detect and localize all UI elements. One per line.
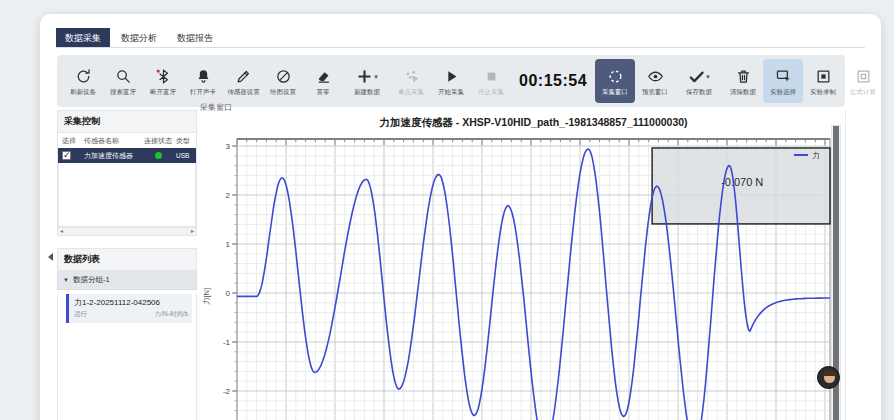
stop-icon: [483, 68, 500, 85]
data-list-item[interactable]: 力1-2-20251112-042506 运行 力/N-时间/s: [66, 294, 192, 323]
sensor-table: 选择传感器名称连接状态类型 力加速度传感器USB: [57, 133, 197, 228]
toolbar-button-label: 搜索蓝牙: [110, 88, 136, 94]
dropdown-caret-icon[interactable]: ▾: [706, 73, 710, 80]
point-collect-icon: [403, 68, 420, 85]
data-item-axes: 力/N-时间/s: [155, 310, 188, 319]
monitor-cursor-icon: [775, 68, 792, 85]
toolbar-button-label: 预览窗口: [642, 88, 668, 94]
save-data-button[interactable]: ▾保存数据: [675, 59, 723, 103]
column-header-0: 选择: [58, 136, 84, 146]
column-header-2: 连接状态: [140, 136, 176, 146]
toolbar-button-label: 传感器设置: [227, 88, 259, 94]
tab-2[interactable]: 数据报告: [168, 28, 222, 47]
legend-label: 力: [812, 151, 820, 160]
toolbar-button-label: 采集窗口: [602, 88, 628, 94]
plus-large-icon: [356, 68, 373, 85]
sensor-row[interactable]: 力加速度传感器USB: [58, 148, 196, 163]
collapse-triangle-icon: ▼: [63, 277, 69, 283]
collection-control-panel: 采集控制 选择传感器名称连接状态类型 力加速度传感器USB ◂ ▸: [57, 110, 197, 236]
toolbar-button-label: 停止采集: [478, 88, 504, 94]
stop-collect-button: 停止采集: [471, 59, 511, 103]
check-icon: [688, 68, 705, 85]
column-header-3: 类型: [176, 136, 196, 146]
collection-timer: 00:15:54: [519, 72, 587, 90]
data-item-status: 运行: [74, 310, 87, 319]
experiment-select-button[interactable]: 实验选择: [763, 59, 803, 103]
sidebar: 采集控制 选择传感器名称连接状态类型 力加速度传感器USB ◂ ▸ 数据列表 ▼…: [57, 110, 197, 420]
collect-window-button[interactable]: 采集窗口: [595, 59, 635, 103]
trash-icon: [735, 68, 752, 85]
refresh-icon: [75, 68, 92, 85]
toolbar-button-label: 打开声卡: [190, 88, 216, 94]
clear-data-button[interactable]: 清除数据: [723, 59, 763, 103]
bluetooth-disconnect-icon: [155, 68, 172, 85]
svg-text:1: 1: [226, 240, 231, 249]
main-area: 采集窗口 力加速度传感器 - XHSP-V10HID_path_-1981348…: [200, 102, 845, 420]
avatar-icon-hair: [823, 370, 836, 376]
scroll-right-icon[interactable]: ▸: [191, 227, 194, 234]
preview-window-button[interactable]: 预览窗口: [635, 59, 675, 103]
chart-canvas[interactable]: 3210-1-2力[N]-0.070 N力: [200, 138, 845, 420]
circle-slash-icon: [275, 68, 292, 85]
toolbar-button-label: 开始采集: [438, 88, 464, 94]
collection-control-title: 采集控制: [57, 110, 197, 133]
collect-window-section-label: 采集窗口: [200, 102, 845, 113]
toolbar-button-label: 公式计算: [850, 88, 876, 94]
formula-calc-button: 公式计算: [843, 59, 883, 103]
toolbar-button-label: 置零: [317, 88, 330, 94]
sensor-table-hscrollbar[interactable]: ◂ ▸: [57, 228, 197, 236]
toolbar-button-label: 绘图设置: [270, 88, 296, 94]
experiment-record-button[interactable]: 实验录制: [803, 59, 843, 103]
pencil-icon: [235, 68, 252, 85]
status-dot-icon: [155, 152, 162, 159]
dropdown-caret-icon[interactable]: ▾: [374, 73, 378, 80]
sidebar-collapse-handle[interactable]: [46, 250, 55, 264]
eye-icon: [647, 68, 664, 85]
tab-1[interactable]: 数据分析: [112, 28, 166, 47]
right-separator: [845, 110, 846, 420]
toolbar-button-label: 清除数据: [730, 88, 756, 94]
disconnect-bluetooth-button[interactable]: 断开蓝牙: [143, 59, 183, 103]
sensor-settings-button[interactable]: 传感器设置: [223, 59, 263, 103]
svg-text:0: 0: [226, 289, 231, 298]
toolbar-button-label: 单点采集: [398, 88, 424, 94]
zero-button[interactable]: 置零: [303, 59, 343, 103]
toolbar-button-label: 实验选择: [770, 88, 796, 94]
tab-bar: 数据采集数据分析数据报告: [56, 28, 865, 48]
new-data-button[interactable]: ▾新建数据: [343, 59, 391, 103]
toolbar-button-label: 断开蓝牙: [150, 88, 176, 94]
dashed-circle-icon: [607, 68, 624, 85]
play-icon: [443, 68, 460, 85]
eraser-icon: [315, 68, 332, 85]
app-window: 数据采集数据分析数据报告 刷新设备搜索蓝牙断开蓝牙打开声卡传感器设置绘图设置置零…: [40, 14, 881, 420]
svg-text:-2: -2: [223, 387, 231, 396]
search-bluetooth-button[interactable]: 搜索蓝牙: [103, 59, 143, 103]
toolbar-button-label: 实验录制: [810, 88, 836, 94]
data-group-header[interactable]: ▼ 数据分组-1: [57, 271, 197, 290]
floating-avatar-button[interactable]: [817, 366, 840, 389]
single-point-button: 单点采集: [391, 59, 431, 103]
start-collect-button[interactable]: 开始采集: [431, 59, 471, 103]
record-frame-icon: [815, 68, 832, 85]
open-soundcard-button[interactable]: 打开声卡: [183, 59, 223, 103]
svg-text:3: 3: [226, 142, 231, 151]
sensor-list-empty-area: [58, 163, 196, 227]
refresh-device-button[interactable]: 刷新设备: [63, 59, 103, 103]
sensor-checkbox[interactable]: [62, 151, 71, 160]
tab-0[interactable]: 数据采集: [56, 28, 110, 47]
svg-text:-1: -1: [223, 338, 231, 347]
toolbar-button-label: 新建数据: [354, 88, 380, 94]
chart-title: 力加速度传感器 - XHSP-V10HID_path_-1981348857_1…: [237, 116, 830, 130]
data-list-panel: 数据列表 ▼ 数据分组-1 力1-2-20251112-042506 运行 力/…: [57, 248, 197, 420]
scroll-left-icon[interactable]: ◂: [60, 227, 63, 234]
data-list-body: 力1-2-20251112-042506 运行 力/N-时间/s: [57, 294, 197, 420]
annotation-value: -0.070 N: [721, 176, 763, 188]
formula-frame-icon: [855, 68, 872, 85]
data-list-title: 数据列表: [57, 248, 197, 271]
sensor-name: 力加速度传感器: [84, 151, 140, 161]
data-item-title: 力1-2-20251112-042506: [74, 297, 188, 308]
toolbar: 刷新设备搜索蓝牙断开蓝牙打开声卡传感器设置绘图设置置零▾新建数据单点采集开始采集…: [57, 55, 845, 107]
svg-text:2: 2: [226, 191, 231, 200]
sensor-table-header: 选择传感器名称连接状态类型: [58, 133, 196, 148]
plot-settings-button[interactable]: 绘图设置: [263, 59, 303, 103]
